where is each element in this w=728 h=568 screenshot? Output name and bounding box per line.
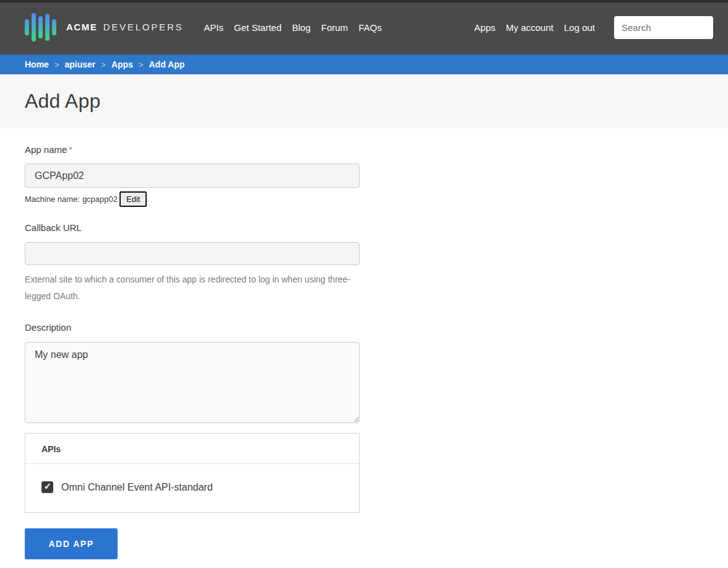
apis-legend: APIs [25, 434, 359, 464]
logo-bar [52, 19, 56, 35]
nav-link-apps[interactable]: Apps [474, 22, 495, 33]
nav-link-forum[interactable]: Forum [321, 22, 348, 33]
machine-name-label: Machine name: [25, 194, 80, 204]
description-field: Description My new app [25, 321, 703, 423]
nav-link-faqs[interactable]: FAQs [358, 22, 382, 33]
nav-link-get-started[interactable]: Get Started [234, 22, 282, 33]
brand-text: ACME DEVELOPERS [66, 22, 183, 33]
equalizer-logo-icon [25, 13, 56, 42]
breadcrumb-separator: > [139, 60, 144, 69]
callback-url-help-text: External site to which a consumer of thi… [25, 271, 360, 305]
top-nav: ACME DEVELOPERS APIs Get Started Blog Fo… [0, 2, 728, 55]
brand-name-bold: ACME [66, 22, 97, 32]
machine-name-value: gcpapp02 [82, 194, 118, 204]
page-header: Add App [0, 74, 728, 128]
required-marker: * [69, 145, 72, 154]
brand-name-light: DEVELOPERS [103, 22, 184, 32]
breadcrumb-apiuser[interactable]: apiuser [65, 59, 96, 69]
nav-link-blog[interactable]: Blog [292, 22, 311, 33]
apis-options: Omni Channel Event API-standard [25, 464, 359, 512]
logo-bar [25, 19, 29, 35]
breadcrumb-home[interactable]: Home [25, 59, 49, 69]
page-title: Add App [25, 90, 100, 113]
add-app-button[interactable]: ADD APP [25, 528, 118, 559]
callback-url-field: Callback URL External site to which a co… [25, 222, 703, 305]
nav-link-apis[interactable]: APIs [204, 22, 223, 33]
app-name-label-text: App name [25, 144, 67, 155]
api-option-row[interactable]: Omni Channel Event API-standard [41, 481, 343, 493]
nav-link-my-account[interactable]: My account [506, 22, 553, 33]
logo-bar [45, 14, 50, 41]
primary-nav: APIs Get Started Blog Forum FAQs [204, 22, 381, 33]
description-textarea[interactable]: My new app [25, 342, 360, 423]
main-content: App name* Machine name: gcpapp02 Edit Ca… [0, 144, 728, 568]
search-input[interactable] [614, 16, 713, 39]
api-option-label: Omni Channel Event API-standard [61, 482, 213, 493]
breadcrumb-current-page: Add App [149, 59, 185, 69]
callback-url-input[interactable] [25, 242, 360, 265]
breadcrumb-apps[interactable]: Apps [111, 59, 133, 69]
machine-name-row: Machine name: gcpapp02 Edit [25, 191, 703, 207]
breadcrumb-separator: > [101, 60, 106, 69]
logo-bar [32, 13, 36, 42]
nav-link-log-out[interactable]: Log out [564, 22, 595, 33]
logo-bar [38, 16, 43, 38]
add-app-form: App name* Machine name: gcpapp02 Edit Ca… [25, 144, 703, 559]
edit-machine-name-button[interactable]: Edit [119, 191, 147, 207]
brand-logo-link[interactable]: ACME DEVELOPERS [25, 13, 183, 42]
top-nav-inner: ACME DEVELOPERS APIs Get Started Blog Fo… [0, 2, 728, 52]
breadcrumb: Home > apiuser > Apps > Add App [0, 55, 728, 74]
description-label: Description [25, 321, 71, 334]
callback-url-label: Callback URL [25, 222, 82, 234]
user-nav: Apps My account Log out [474, 16, 713, 39]
app-name-field: App name* Machine name: gcpapp02 Edit [25, 144, 703, 207]
api-checkbox[interactable] [41, 481, 53, 493]
breadcrumb-separator: > [54, 60, 59, 69]
apis-fieldset: APIs Omni Channel Event API-standard [25, 433, 360, 513]
app-name-label: App name* [25, 144, 72, 156]
app-name-input[interactable] [25, 164, 360, 188]
